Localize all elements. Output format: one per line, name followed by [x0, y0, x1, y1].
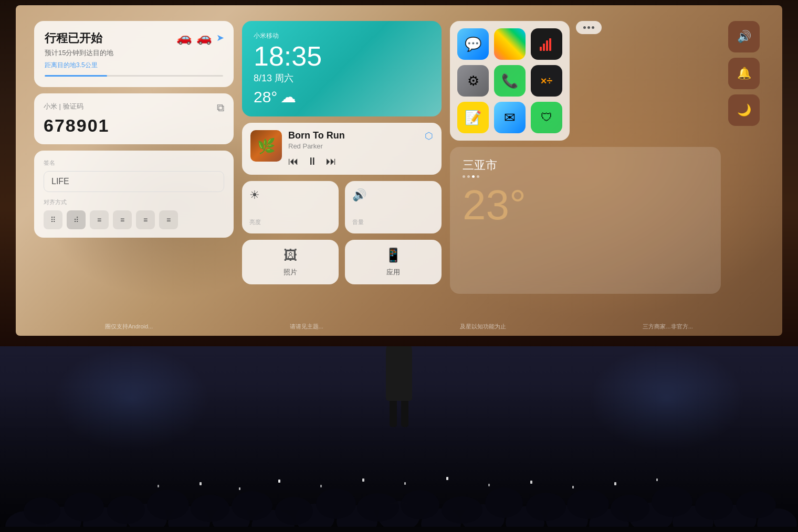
volume-side-button[interactable]: 🔊 — [728, 21, 760, 52]
bell-button[interactable]: 🔔 — [728, 58, 760, 89]
svg-point-33 — [442, 496, 482, 524]
align-btn-1[interactable]: ⠿ — [44, 210, 62, 229]
app-photos[interactable] — [494, 28, 526, 60]
nav-arrow-icon: ➤ — [216, 32, 224, 44]
svg-rect-44 — [320, 485, 322, 487]
second-quick-tile[interactable]: 📱 应用 — [345, 240, 442, 284]
svg-rect-2 — [546, 40, 548, 51]
next-button[interactable]: ⏭ — [326, 155, 337, 167]
app-phone[interactable]: 📞 — [494, 65, 526, 97]
svg-point-36 — [567, 490, 609, 519]
app-notes[interactable]: 📝 — [457, 102, 489, 133]
clock-time: 18:35 — [254, 42, 430, 70]
align-btn-5[interactable]: ≡ — [136, 210, 155, 229]
svg-rect-45 — [362, 478, 364, 482]
app-shield[interactable]: 🛡 — [531, 102, 562, 133]
copy-icon[interactable]: ⧉ — [217, 102, 224, 114]
svg-rect-51 — [158, 485, 159, 487]
volume-tile-icon: 🔊 — [352, 188, 434, 202]
svg-point-32 — [401, 490, 439, 519]
align-label: 对齐方式 — [44, 198, 224, 206]
second-quick-label: 应用 — [386, 268, 400, 277]
trip-subtitle: 预计15分钟到达目的地 — [45, 48, 223, 58]
brightness-icon: ☀ — [249, 188, 331, 202]
left-column: 行程已开始 预计15分钟到达目的地 距离目的地3.5公里 🚗 🚗 ➤ 小米 | … — [34, 21, 234, 294]
bottom-disclaimer: 圈仅支持Android... 请请见主题... 及星以知功能为止 三方商家...… — [16, 323, 782, 331]
svg-rect-46 — [404, 482, 406, 485]
clock-temp: 28° ☁ — [254, 88, 430, 106]
svg-point-23 — [24, 497, 60, 525]
stage-floor — [0, 346, 798, 532]
car-icon: 🚗 — [176, 30, 192, 45]
speaker-figure — [386, 346, 412, 427]
speaker-leg-left — [390, 401, 397, 427]
weather-cloud-icon: ☁ — [280, 88, 296, 106]
clock-date: 8/13 周六 — [254, 72, 430, 84]
signature-label: 签名 — [44, 159, 224, 167]
verification-widget: 小米 | 验证码 678901 ⧉ — [34, 93, 234, 144]
weather-dots — [463, 175, 708, 178]
disclaimer-2: 请请见主题... — [290, 323, 323, 331]
cast-icon[interactable]: ⬡ — [425, 130, 433, 142]
trip-progress-bar-container — [45, 75, 223, 77]
right-column: 💬 ⚙ 📞 ×÷ 📝 — [450, 21, 764, 294]
svg-rect-50 — [572, 486, 574, 488]
weather-widget: 三亚市 23° — [450, 147, 721, 294]
second-quick-icon: 📱 — [385, 247, 402, 263]
right-main: 💬 ⚙ 📞 ×÷ 📝 — [450, 21, 721, 294]
weather-dot-4 — [477, 175, 479, 178]
svg-point-28 — [232, 491, 272, 520]
weather-dot-3 — [472, 175, 475, 178]
app-row: 💬 ⚙ 📞 ×÷ 📝 — [450, 21, 721, 141]
align-btn-3[interactable]: ≡ — [90, 210, 109, 229]
svg-point-35 — [526, 493, 566, 521]
music-widget: 🌿 ⬡ Born To Run Red Parker ⏮ ⏸ ⏭ — [242, 123, 442, 175]
more-button[interactable] — [576, 21, 602, 34]
dot3 — [592, 26, 594, 29]
svg-point-31 — [357, 493, 399, 522]
photos-tile[interactable]: 🖼 照片 — [242, 240, 339, 284]
svg-rect-47 — [446, 477, 448, 480]
volume-tile-label: 音量 — [352, 218, 434, 226]
brightness-tile[interactable]: ☀ 亮度 — [242, 181, 339, 233]
quick-actions-row: 🖼 照片 📱 应用 — [242, 240, 442, 284]
app-sound[interactable] — [531, 28, 562, 60]
screen-projection: 行程已开始 预计15分钟到达目的地 距离目的地3.5公里 🚗 🚗 ➤ 小米 | … — [16, 5, 782, 336]
align-btn-4[interactable]: ≡ — [113, 210, 132, 229]
weather-city: 三亚市 — [463, 157, 708, 173]
app-mail[interactable]: ✉ — [494, 102, 526, 133]
control-tiles: ☀ 亮度 🔊 音量 — [242, 181, 442, 233]
align-buttons: ⠿ ⠾ ≡ ≡ ≡ ≡ — [44, 210, 224, 229]
disclaimer-1: 圈仅支持Android... — [105, 323, 153, 331]
align-btn-2[interactable]: ⠾ — [67, 210, 86, 229]
svg-rect-53 — [656, 478, 658, 481]
svg-point-25 — [107, 496, 145, 524]
car2-icon: 🚗 — [196, 30, 212, 45]
signature-value[interactable]: LIFE — [44, 171, 224, 192]
trip-cars: 🚗 🚗 ➤ — [176, 30, 224, 45]
trip-distance: 距离目的地3.5公里 — [45, 61, 223, 70]
trip-progress-fill — [45, 75, 107, 77]
app-settings[interactable]: ⚙ — [457, 65, 489, 97]
app-calculator[interactable]: ×÷ — [531, 65, 562, 97]
speaker-leg-right — [401, 401, 408, 427]
music-title: Born To Run — [288, 130, 433, 141]
speaker-legs — [386, 401, 412, 427]
app-messages[interactable]: 💬 — [457, 28, 489, 60]
temp-value: 28° — [254, 88, 277, 106]
music-artist: Red Parker — [288, 142, 433, 150]
ui-panel: 行程已开始 预计15分钟到达目的地 距离目的地3.5公里 🚗 🚗 ➤ 小米 | … — [16, 5, 782, 304]
svg-rect-42 — [239, 487, 240, 490]
prev-button[interactable]: ⏮ — [288, 155, 299, 167]
music-info: ⬡ Born To Run Red Parker ⏮ ⏸ ⏭ — [288, 130, 433, 167]
svg-rect-49 — [530, 481, 532, 484]
verify-code: 678901 — [44, 115, 224, 136]
svg-point-34 — [485, 487, 523, 518]
align-btn-6[interactable]: ≡ — [159, 210, 178, 229]
moon-button[interactable]: 🌙 — [728, 94, 760, 126]
svg-point-38 — [652, 486, 692, 517]
svg-rect-54 — [0, 527, 798, 532]
volume-tile[interactable]: 🔊 音量 — [345, 181, 442, 233]
trip-widget: 行程已开始 预计15分钟到达目的地 距离目的地3.5公里 🚗 🚗 ➤ — [34, 21, 234, 87]
pause-button[interactable]: ⏸ — [307, 155, 318, 167]
